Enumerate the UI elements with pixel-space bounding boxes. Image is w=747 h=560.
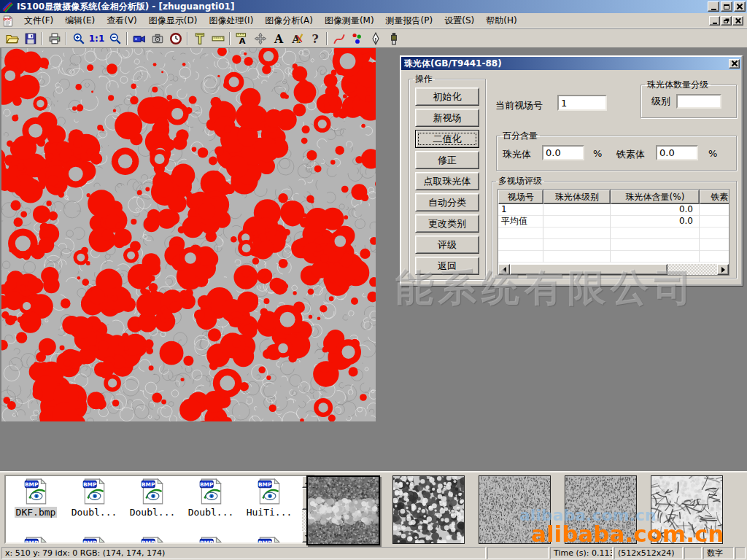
op-button-3[interactable]: 二值化 <box>415 130 479 148</box>
toolbar-separator <box>42 32 43 45</box>
thumbnail-image-3[interactable] <box>479 475 551 544</box>
menu-item-8[interactable]: 测量报告(P) <box>380 13 439 28</box>
micrograph-image[interactable] <box>1 48 376 421</box>
dialog-title-bar[interactable]: 珠光体(GB/T9441-88) <box>401 57 741 70</box>
mdi-close-button[interactable] <box>732 16 743 26</box>
snapshot-button[interactable] <box>148 31 166 47</box>
menu-item-6[interactable]: 图像分析(A) <box>259 13 319 28</box>
column-header-2[interactable]: 珠光体级别 <box>543 190 611 204</box>
file-item-partial[interactable]: BMP <box>182 536 240 544</box>
file-item[interactable]: BMPDoubl... <box>65 478 123 536</box>
text-tool-button[interactable] <box>269 31 287 47</box>
menu-item-7[interactable]: 图像测量(M) <box>319 13 380 28</box>
column-header-1[interactable]: 视场号 <box>498 190 543 204</box>
table-cell <box>543 204 611 216</box>
op-button-4[interactable]: 修正 <box>415 151 479 169</box>
video-capture-button[interactable] <box>130 31 148 47</box>
scrollbar-thumb[interactable] <box>510 264 667 275</box>
scrollbar-track[interactable] <box>667 264 717 275</box>
measure-label-button[interactable] <box>233 31 251 47</box>
minimize-button[interactable] <box>708 1 719 12</box>
level-input[interactable] <box>676 94 721 109</box>
menu-item-2[interactable]: 编辑(E) <box>59 13 101 28</box>
status-panel-empty1 <box>487 547 549 559</box>
minimize-icon <box>711 9 716 10</box>
count-points-tool-button[interactable] <box>348 31 366 47</box>
grading-group: 珠光体数量分级 级别 <box>640 79 737 118</box>
actual-size-button[interactable]: 1:1 <box>88 31 106 47</box>
thumbnail-image-1[interactable] <box>306 475 380 545</box>
brush-tool-button[interactable] <box>384 31 403 47</box>
bmp-file-icon: BMP <box>198 478 223 505</box>
print-button[interactable] <box>45 31 63 47</box>
op-button-1[interactable]: 初始化 <box>415 88 479 106</box>
file-item-partial[interactable]: BMP <box>123 536 182 544</box>
menu-item-9[interactable]: 设置(S) <box>438 13 480 28</box>
table-cell <box>498 228 543 239</box>
table-row[interactable]: 平均值0.0 <box>498 216 729 228</box>
move-tool-button[interactable] <box>251 31 269 47</box>
ferrite-percent-input[interactable] <box>656 145 698 160</box>
save-file-button[interactable] <box>21 31 39 47</box>
document-icon[interactable]: DOC <box>2 15 14 26</box>
column-header-3[interactable]: 珠光体含量(%) <box>611 190 700 204</box>
svg-text:BMP: BMP <box>25 540 39 544</box>
mdi-restore-button[interactable] <box>721 16 732 26</box>
zoom-in-button[interactable] <box>69 31 88 47</box>
file-browser-panel: BMPDKF.bmpBMPDoubl...BMPDoubl...BMPDoubl… <box>4 475 315 544</box>
help-button[interactable] <box>306 31 324 47</box>
file-item-partial[interactable]: BMP <box>240 536 298 544</box>
video-camera-icon <box>133 32 146 45</box>
caliper-measure-button[interactable] <box>190 31 209 47</box>
op-button-2[interactable]: 新视场 <box>415 109 479 127</box>
menu-item-5[interactable]: 图像处理(I) <box>203 13 259 28</box>
op-button-8[interactable]: 评级 <box>415 236 479 254</box>
file-item[interactable]: BMPDoubl... <box>182 478 240 536</box>
pearlite-dialog: 珠光体(GB/T9441-88) 操作 初始化新视场二值化修正点取珠光体自动分类… <box>400 55 743 286</box>
file-item-partial[interactable]: BMP <box>65 536 123 544</box>
menu-item-4[interactable]: 图像显示(D) <box>143 13 204 28</box>
timer-button[interactable] <box>166 31 185 47</box>
thumbnail-image-2[interactable] <box>392 475 465 544</box>
menu-item-3[interactable]: 查看(V) <box>101 13 143 28</box>
thumbnail-image-4[interactable] <box>565 475 637 544</box>
help-icon <box>309 32 322 45</box>
menu-item-1[interactable]: 文件(F) <box>18 13 59 28</box>
table-row-empty <box>498 251 729 262</box>
table-cell <box>498 251 543 262</box>
file-name: Doubl... <box>70 507 119 518</box>
column-header-4[interactable]: 铁素体含量(%) <box>700 190 729 204</box>
operations-group-label: 操作 <box>413 73 435 85</box>
scroll-left-button[interactable] <box>498 264 510 275</box>
scroll-right-button[interactable] <box>717 264 729 275</box>
pearlite-percent-input[interactable] <box>542 145 584 160</box>
ruler-measure-button[interactable] <box>209 31 227 47</box>
curve-tool-button[interactable] <box>330 31 348 47</box>
op-button-6[interactable]: 自动分类 <box>415 193 479 211</box>
file-item[interactable]: BMPDoubl... <box>123 478 182 536</box>
menu-item-10[interactable]: 帮助(H) <box>480 13 522 28</box>
clock-icon <box>169 32 182 45</box>
file-item[interactable]: BMPHuiTi... <box>240 478 298 536</box>
file-item[interactable]: BMPDKF.bmp <box>7 478 65 536</box>
app-icon <box>2 1 14 12</box>
op-button-5[interactable]: 点取珠光体 <box>415 172 479 190</box>
op-button-7[interactable]: 更改类别 <box>415 214 479 233</box>
current-field-input[interactable] <box>557 95 607 111</box>
maximize-button[interactable] <box>721 1 732 12</box>
file-item-partial[interactable]: BMP <box>7 536 65 544</box>
operations-group: 操作 初始化新视场二值化修正点取珠光体自动分类更改类别评级返回 <box>409 73 486 280</box>
table-cell <box>543 251 611 262</box>
open-file-button[interactable] <box>3 31 21 47</box>
close-button[interactable] <box>734 1 746 12</box>
mdi-minimize-button[interactable] <box>709 16 720 26</box>
pen-tool-button[interactable] <box>366 31 384 47</box>
op-button-9[interactable]: 返回 <box>415 257 479 275</box>
delete-text-tool-button[interactable] <box>287 31 306 47</box>
bmp-file-icon: BMP <box>82 478 107 505</box>
table-row[interactable]: 10.0 <box>498 204 729 216</box>
dialog-close-button[interactable] <box>729 59 740 69</box>
time-status: Time (s): 0.113 <box>550 547 613 559</box>
zoom-out-button[interactable] <box>106 31 124 47</box>
thumbnail-image-5[interactable] <box>651 475 723 544</box>
